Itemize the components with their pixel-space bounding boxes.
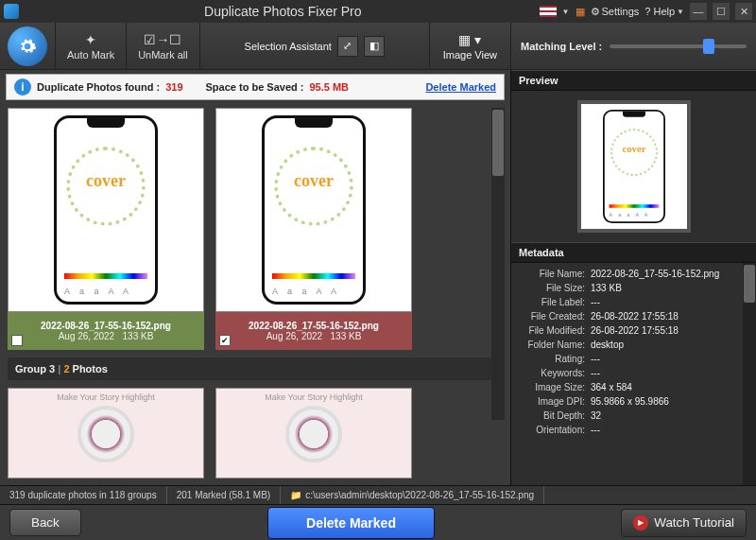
play-icon: ▶ — [633, 515, 648, 531]
selection-assistant-label: Selection Assistant — [245, 41, 332, 52]
metadata-row: Image DPI:95.9866 x 95.9866 — [517, 394, 750, 409]
app-logo — [0, 23, 55, 69]
metadata-key: File Created: — [517, 311, 591, 322]
photo-thumbnail[interactable]: Make Your Story Highlight — [215, 388, 412, 479]
gear-icon — [18, 37, 37, 56]
settings-menu[interactable]: ⚙ Settings — [591, 6, 640, 18]
selection-tool-1[interactable]: ⤢ — [337, 36, 358, 57]
minimize-button[interactable]: — — [690, 3, 707, 20]
metadata-value: 133 KB — [591, 283, 750, 293]
delete-marked-link[interactable]: Delete Marked — [425, 81, 496, 93]
metadata-row: File Label:--- — [517, 295, 750, 309]
metadata-value: --- — [591, 297, 750, 307]
space-label: Space to be Saved : — [206, 81, 304, 93]
metadata-row: Rating:--- — [517, 352, 750, 366]
photo-caption: 2022-08-26_17-55-16-152.png Aug 26, 2022… — [215, 312, 412, 350]
photo-card[interactable]: coverA a a A A 2022-08-26_17-55-16-152.p… — [215, 108, 412, 350]
metadata-value: --- — [591, 354, 750, 364]
mark-checkbox[interactable]: ✔ — [219, 335, 231, 346]
back-button[interactable]: Back — [9, 509, 81, 536]
status-marked: 201 Marked (58.1 MB) — [167, 486, 282, 504]
metadata-row: File Modified:26-08-2022 17:55:18 — [517, 323, 750, 338]
chevron-down-icon: ▼ — [677, 8, 684, 16]
maximize-button[interactable]: ☐ — [713, 3, 730, 20]
metadata-value: 32 — [591, 410, 750, 421]
language-flag[interactable] — [540, 6, 557, 17]
gear-icon: ⚙ — [591, 6, 600, 18]
photo-card[interactable]: coverA a a A A 2022-08-26_17-55-16-152.p… — [8, 108, 204, 350]
photo-card[interactable]: Make Your Story Highlight — [215, 388, 412, 479]
eraser-icon: ◧ — [369, 40, 379, 52]
metadata-row: File Created:26-08-2022 17:55:18 — [517, 309, 750, 323]
metadata-scrollbar[interactable] — [743, 263, 756, 485]
unmark-all-button[interactable]: ☑→☐ UnMark all — [126, 23, 199, 69]
plate-graphic — [285, 406, 342, 462]
metadata-row: File Name:2022-08-26_17-55-16-152.png — [517, 267, 750, 281]
metadata-row: Orientation:--- — [517, 423, 750, 437]
photo-filename: 2022-08-26_17-55-16-152.png — [249, 321, 379, 331]
metadata-key: Image Size: — [517, 382, 591, 392]
metadata-row: Keywords:--- — [517, 366, 750, 380]
metadata-value: desktop — [591, 340, 750, 350]
info-bar: i Duplicate Photos found : 319 Space to … — [6, 74, 505, 100]
metadata-header: Metadata — [511, 242, 756, 263]
metadata-key: File Label: — [517, 297, 591, 307]
metadata-key: Bit Depth: — [517, 410, 591, 421]
metadata-value: 26-08-2022 17:55:18 — [591, 325, 750, 336]
metadata-key: File Size: — [517, 283, 591, 293]
folder-icon: 📁 — [290, 490, 301, 500]
status-groups: 319 duplicate photos in 118 groups — [0, 486, 167, 504]
mark-checkbox[interactable] — [11, 335, 23, 346]
matching-level-control: Matching Level : — [510, 23, 756, 69]
toolbar: ✦ Auto Mark ☑→☐ UnMark all Selection Ass… — [0, 23, 756, 70]
metadata-key: File Name: — [517, 269, 591, 279]
slider-thumb[interactable] — [703, 39, 714, 54]
photo-grid: coverA a a A A 2022-08-26_17-55-16-152.p… — [0, 100, 510, 485]
metadata-value: 26-08-2022 17:55:18 — [591, 311, 750, 322]
promo-icon[interactable]: ▦ — [576, 6, 585, 18]
info-icon: i — [14, 78, 31, 96]
story-label: Make Your Story Highlight — [57, 392, 155, 402]
metadata-value: --- — [591, 368, 750, 378]
photo-thumbnail[interactable]: Make Your Story Highlight — [8, 388, 204, 479]
story-label: Make Your Story Highlight — [265, 392, 363, 402]
metadata-value: 364 x 584 — [591, 382, 750, 392]
photo-filename: 2022-08-26_17-55-16-152.png — [41, 321, 171, 331]
found-label: Duplicate Photos found : — [37, 81, 160, 93]
found-count: 319 — [165, 81, 182, 93]
footer: Back Delete Marked ▶ Watch Tutorial — [0, 504, 756, 540]
preview-panel: coverA a a A A — [511, 91, 756, 242]
watch-tutorial-button[interactable]: ▶ Watch Tutorial — [621, 509, 747, 537]
photo-card[interactable]: Make Your Story Highlight — [8, 388, 204, 479]
preview-header: Preview — [511, 70, 756, 91]
group-header: Group 3 | 2 Photos — [8, 357, 503, 380]
grid-scrollbar[interactable] — [491, 108, 505, 420]
selection-assistant-group: Selection Assistant ⤢ ◧ — [199, 23, 429, 69]
metadata-key: Keywords: — [517, 368, 591, 378]
delete-marked-button[interactable]: Delete Marked — [267, 507, 435, 539]
metadata-key: Rating: — [517, 354, 591, 364]
maximize-icon: ⤢ — [343, 40, 352, 52]
metadata-value: --- — [591, 425, 750, 435]
help-menu[interactable]: ? Help ▼ — [644, 6, 684, 17]
metadata-row: Image Size:364 x 584 — [517, 380, 750, 394]
metadata-row: Folder Name:desktop — [517, 338, 750, 352]
preview-thumbnail: coverA a a A A — [577, 100, 691, 233]
space-value: 95.5 MB — [309, 81, 349, 93]
app-title: Duplicate Photos Fixer Pro — [26, 4, 540, 19]
metadata-row: Bit Depth:32 — [517, 409, 750, 423]
photo-thumbnail[interactable]: coverA a a A A — [8, 108, 204, 312]
metadata-key: File Modified: — [517, 325, 591, 336]
auto-mark-button[interactable]: ✦ Auto Mark — [55, 23, 126, 69]
grid-icon: ▦ ▾ — [458, 32, 481, 47]
plate-graphic — [77, 406, 134, 462]
photo-caption: 2022-08-26_17-55-16-152.png Aug 26, 2022… — [8, 312, 204, 350]
metadata-key: Orientation: — [517, 425, 591, 435]
close-button[interactable]: ✕ — [735, 3, 752, 20]
image-view-button[interactable]: ▦ ▾ Image View — [429, 23, 510, 69]
app-icon — [4, 4, 19, 19]
photo-thumbnail[interactable]: coverA a a A A — [215, 108, 412, 312]
matching-level-slider[interactable] — [610, 44, 747, 48]
selection-tool-2[interactable]: ◧ — [364, 36, 385, 57]
unmark-icon: ☑→☐ — [144, 32, 181, 47]
